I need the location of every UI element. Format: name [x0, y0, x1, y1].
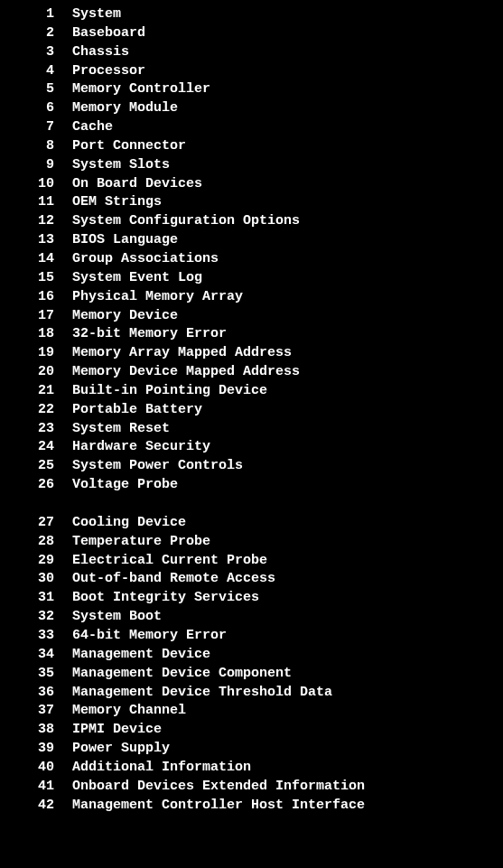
output-line: 15System Event Log [0, 269, 503, 288]
line-text: Electrical Current Probe [54, 552, 267, 571]
output-line: 37Memory Channel [0, 702, 503, 721]
line-text: Memory Channel [54, 702, 186, 721]
line-text: Port Connector [54, 137, 186, 156]
line-number: 7 [0, 118, 54, 137]
output-line: 20Memory Device Mapped Address [0, 363, 503, 382]
line-number: 22 [0, 401, 54, 420]
line-number: 21 [0, 382, 54, 401]
output-line: 4Processor [0, 62, 503, 81]
line-number: 19 [0, 344, 54, 363]
line-text: Management Controller Host Interface [54, 797, 365, 816]
line-text: Management Device Component [54, 665, 292, 684]
output-line: 32System Boot [0, 608, 503, 627]
line-text: Out-of-band Remote Access [54, 570, 275, 589]
line-text: Group Associations [54, 250, 219, 269]
line-number: 37 [0, 702, 54, 721]
output-line: 22Portable Battery [0, 401, 503, 420]
line-number: 33 [0, 627, 54, 646]
output-line: 36Management Device Threshold Data [0, 684, 503, 703]
line-number: 27 [0, 514, 54, 533]
line-number: 3 [0, 43, 54, 62]
line-text: Temperature Probe [54, 533, 210, 552]
line-text: Management Device Threshold Data [54, 684, 332, 703]
line-number: 4 [0, 62, 54, 81]
line-text: System Slots [54, 156, 170, 175]
line-text: 64-bit Memory Error [54, 627, 227, 646]
line-text: Onboard Devices Extended Information [54, 778, 365, 797]
line-text: System [54, 5, 121, 24]
output-line: 26Voltage Probe [0, 476, 503, 495]
line-text: Hardware Security [54, 438, 210, 457]
line-number: 9 [0, 156, 54, 175]
line-number: 15 [0, 269, 54, 288]
output-line: 3Chassis [0, 43, 503, 62]
line-text: Cache [54, 118, 113, 137]
line-text: Chassis [54, 43, 129, 62]
line-number: 20 [0, 363, 54, 382]
blank-line [0, 495, 503, 514]
output-line: 1System [0, 5, 503, 24]
line-number: 39 [0, 740, 54, 759]
line-number: 38 [0, 721, 54, 740]
line-number: 23 [0, 420, 54, 439]
line-number: 30 [0, 570, 54, 589]
line-text: Built-in Pointing Device [54, 382, 267, 401]
line-text: On Board Devices [54, 175, 202, 194]
line-number: 31 [0, 589, 54, 608]
line-number: 6 [0, 99, 54, 118]
output-line: 39Power Supply [0, 740, 503, 759]
line-text: Memory Controller [54, 80, 210, 99]
line-number: 28 [0, 533, 54, 552]
line-text: System Boot [54, 608, 162, 627]
output-line: 35Management Device Component [0, 665, 503, 684]
line-text: Cooling Device [54, 514, 186, 533]
line-number: 32 [0, 608, 54, 627]
line-text: Additional Information [54, 759, 251, 778]
line-number: 29 [0, 552, 54, 571]
line-text: 32-bit Memory Error [54, 325, 227, 344]
line-text: IPMI Device [54, 721, 162, 740]
line-text: Memory Array Mapped Address [54, 344, 292, 363]
output-line: 19Memory Array Mapped Address [0, 344, 503, 363]
output-line: 25System Power Controls [0, 457, 503, 476]
line-text: System Event Log [54, 269, 202, 288]
line-number: 17 [0, 307, 54, 326]
output-line: 16Physical Memory Array [0, 288, 503, 307]
line-number: 11 [0, 193, 54, 212]
line-text: BIOS Language [54, 231, 178, 250]
line-number: 24 [0, 438, 54, 457]
line-text: OEM Strings [54, 193, 162, 212]
output-line: 14Group Associations [0, 250, 503, 269]
line-number: 14 [0, 250, 54, 269]
line-number: 41 [0, 778, 54, 797]
output-line: 10On Board Devices [0, 175, 503, 194]
line-number: 2 [0, 24, 54, 43]
output-line: 11OEM Strings [0, 193, 503, 212]
output-line: 13BIOS Language [0, 231, 503, 250]
line-number: 36 [0, 684, 54, 703]
output-line: 31Boot Integrity Services [0, 589, 503, 608]
output-line: 30Out-of-band Remote Access [0, 570, 503, 589]
line-text: Management Device [54, 646, 210, 665]
line-number: 18 [0, 325, 54, 344]
output-line: 41Onboard Devices Extended Information [0, 778, 503, 797]
line-number: 1 [0, 5, 54, 24]
line-number: 12 [0, 212, 54, 231]
line-number: 35 [0, 665, 54, 684]
output-line: 40Additional Information [0, 759, 503, 778]
output-line: 34Management Device [0, 646, 503, 665]
output-line: 28Temperature Probe [0, 533, 503, 552]
output-line: 17Memory Device [0, 307, 503, 326]
output-line: 2Baseboard [0, 24, 503, 43]
line-text: Memory Device Mapped Address [54, 363, 300, 382]
line-text: Memory Module [54, 99, 178, 118]
output-line: 24Hardware Security [0, 438, 503, 457]
line-number: 8 [0, 137, 54, 156]
output-line: 42Management Controller Host Interface [0, 797, 503, 816]
output-line: 27Cooling Device [0, 514, 503, 533]
output-line: 29Electrical Current Probe [0, 552, 503, 571]
line-number: 34 [0, 646, 54, 665]
line-text: Physical Memory Array [54, 288, 243, 307]
terminal-output: 1System2Baseboard3Chassis4Processor5Memo… [0, 5, 503, 815]
output-line: 6Memory Module [0, 99, 503, 118]
